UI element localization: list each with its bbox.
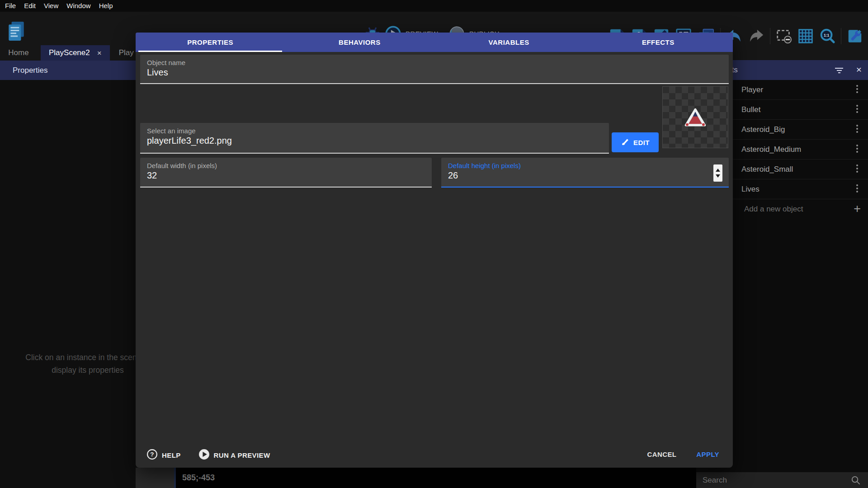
svg-text:?: ? bbox=[150, 451, 154, 458]
cursor-coordinates: 585;-453 bbox=[176, 468, 696, 488]
image-filename-input[interactable] bbox=[147, 136, 591, 146]
tab-playscene2-label: PlayScene2 bbox=[49, 48, 90, 57]
help-button[interactable]: ? HELP bbox=[146, 449, 181, 461]
object-name-field[interactable]: Object name bbox=[140, 55, 729, 84]
object-name-input[interactable] bbox=[147, 67, 711, 78]
scene-settings-wrench-icon[interactable] bbox=[846, 28, 863, 45]
zoom-1-1-icon[interactable]: 1:1 bbox=[819, 28, 836, 45]
scene-status-bar: 585;-453 bbox=[176, 468, 696, 488]
default-height-label: Default height (in pixels) bbox=[448, 162, 521, 169]
menu-window[interactable]: Window bbox=[62, 0, 94, 12]
select-image-label: Select an image bbox=[147, 127, 196, 135]
object-properties-dialog: PROPERTIES BEHAVIORS VARIABLES EFFECTS O… bbox=[136, 33, 733, 468]
toolbar-divider bbox=[770, 28, 770, 44]
run-preview-label: RUN A PREVIEW bbox=[214, 451, 270, 459]
tab-playscene2[interactable]: PlayScene2 × bbox=[41, 45, 110, 61]
filter-icon[interactable] bbox=[835, 66, 844, 74]
edit-image-label: EDIT bbox=[633, 139, 650, 146]
number-stepper[interactable] bbox=[713, 164, 722, 182]
menu-bar: File Edit View Window Help bbox=[0, 0, 868, 12]
project-manager-icon[interactable] bbox=[7, 21, 25, 42]
menu-edit[interactable]: Edit bbox=[20, 0, 40, 12]
plus-icon[interactable]: + bbox=[854, 202, 861, 216]
tab-partial-label: Play bbox=[119, 48, 134, 57]
object-menu-icon[interactable] bbox=[856, 164, 858, 173]
search-icon bbox=[850, 475, 861, 487]
menu-help[interactable]: Help bbox=[95, 0, 117, 12]
menu-file[interactable]: File bbox=[1, 0, 20, 12]
tab-variables[interactable]: VARIABLES bbox=[434, 33, 584, 52]
tab-effects[interactable]: EFFECTS bbox=[584, 33, 733, 52]
run-preview-button[interactable]: RUN A PREVIEW bbox=[198, 449, 270, 461]
help-label: HELP bbox=[162, 451, 181, 459]
dialog-tab-bar: PROPERTIES BEHAVIORS VARIABLES EFFECTS bbox=[136, 33, 733, 52]
close-tab-icon[interactable]: × bbox=[97, 49, 102, 57]
object-name-label: Object name bbox=[147, 59, 185, 66]
object-menu-icon[interactable] bbox=[856, 105, 858, 113]
svg-text:1:1: 1:1 bbox=[824, 33, 830, 38]
default-width-input[interactable] bbox=[147, 170, 414, 181]
search-input[interactable] bbox=[703, 472, 838, 488]
object-menu-icon[interactable] bbox=[856, 85, 858, 93]
tab-properties[interactable]: PROPERTIES bbox=[136, 33, 285, 52]
redo-icon[interactable] bbox=[748, 28, 765, 45]
default-width-label: Default width (in pixels) bbox=[147, 162, 217, 169]
toolbar-divider bbox=[841, 28, 841, 44]
tab-home[interactable]: Home bbox=[0, 45, 37, 61]
apply-button[interactable]: APPLY bbox=[696, 450, 719, 458]
object-menu-icon[interactable] bbox=[856, 145, 858, 153]
deselect-marquee-icon[interactable] bbox=[775, 28, 793, 45]
stepper-down-icon[interactable] bbox=[716, 174, 720, 178]
play-circle-icon bbox=[198, 449, 210, 461]
cancel-button[interactable]: CANCEL bbox=[647, 450, 676, 458]
brush-icon bbox=[621, 137, 629, 147]
select-image-field[interactable]: Select an image bbox=[140, 123, 609, 154]
ship-sprite-image bbox=[684, 108, 706, 129]
default-width-field[interactable]: Default width (in pixels) bbox=[140, 158, 432, 188]
grid-icon[interactable] bbox=[797, 28, 814, 44]
stepper-up-icon[interactable] bbox=[716, 169, 720, 172]
tab-behaviors[interactable]: BEHAVIORS bbox=[285, 33, 434, 52]
image-preview-thumbnail bbox=[662, 86, 728, 148]
help-icon: ? bbox=[146, 449, 158, 461]
close-panel-icon[interactable]: × bbox=[856, 64, 862, 75]
default-height-input[interactable] bbox=[448, 170, 711, 181]
objects-search-bar bbox=[696, 472, 868, 488]
edit-image-button[interactable]: EDIT bbox=[612, 132, 659, 152]
default-height-field[interactable]: Default height (in pixels) bbox=[441, 158, 729, 188]
menu-view[interactable]: View bbox=[40, 0, 62, 12]
object-menu-icon[interactable] bbox=[856, 184, 858, 192]
panel-corner-block bbox=[136, 468, 174, 488]
tab-home-label: Home bbox=[8, 48, 28, 57]
object-menu-icon[interactable] bbox=[856, 125, 858, 133]
